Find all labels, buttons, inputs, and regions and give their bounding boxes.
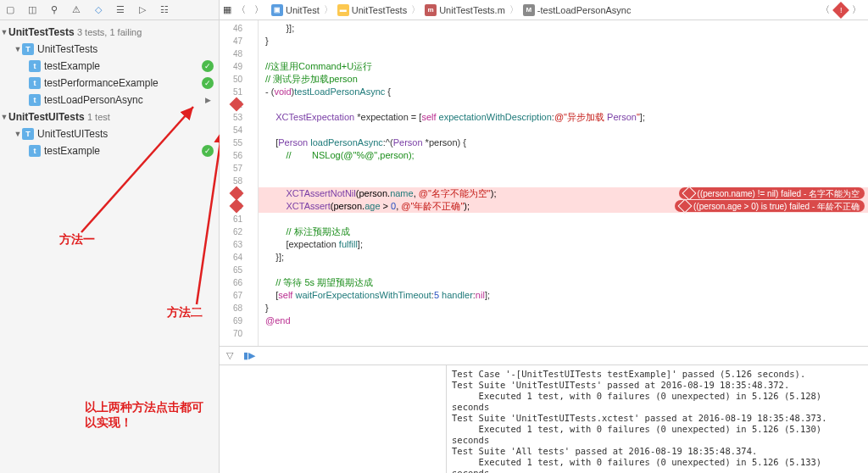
debug-icon[interactable]: ☰ <box>114 3 127 17</box>
file-icon: m <box>425 4 437 16</box>
test-icon: t <box>29 94 41 106</box>
group-info: 3 tests, 1 failing <box>77 27 142 37</box>
class-icon: T <box>22 128 34 140</box>
test-method[interactable]: t testPerformanceExample ✓ <box>0 75 219 92</box>
toggle-variables[interactable]: ▽ <box>226 350 233 361</box>
breadcrumb-item[interactable]: mUnitTestTests.m <box>422 4 508 16</box>
class-name: UnitTestTests <box>37 43 97 55</box>
group-name: UnitTestUITests <box>8 111 85 123</box>
test-group[interactable]: ▼ UnitTestTests 3 tests, 1 failing <box>0 24 219 41</box>
error-indicator[interactable]: ! <box>832 2 849 19</box>
test-method[interactable]: t testExample ✓ <box>0 58 219 75</box>
test-group[interactable]: ▼ UnitTestUITests 1 test <box>0 109 219 125</box>
debug-filter-bar: ▽ ▮▶ <box>220 346 868 364</box>
prompt-icon[interactable]: ▮▶ <box>243 350 255 361</box>
source-editor[interactable]: }];}//这里用Command+U运行// 测试异步加载person- (vo… <box>259 20 868 346</box>
issue-next[interactable]: 〉 <box>849 3 865 16</box>
test-tree: ▼ UnitTestTests 3 tests, 1 failing ▼ T U… <box>0 20 219 473</box>
variables-view[interactable] <box>220 365 447 473</box>
class-icon: T <box>22 43 34 55</box>
issue-prev[interactable]: 〈 <box>817 3 833 16</box>
folder-icon[interactable]: ▢ <box>3 3 17 17</box>
folder-icon: ▬ <box>337 4 349 16</box>
report-icon[interactable]: ☷ <box>158 3 171 17</box>
breadcrumb: ▦ 〈 〉 ▣UnitTest〉 ▬UnitTestTests〉 mUnitTe… <box>220 0 868 20</box>
annotation-footer: 以上两种方法点击都可 以实现！ <box>85 400 203 431</box>
project-icon: ▣ <box>271 4 283 16</box>
group-info: 1 test <box>87 112 110 122</box>
navigator-toolbar: ▢ ◫ ⚲ ⚠ ◇ ☰ ▷ ☷ <box>0 0 219 20</box>
breadcrumb-item[interactable]: ▬UnitTestTests <box>335 4 409 16</box>
editor-area: ▦ 〈 〉 ▣UnitTest〉 ▬UnitTestTests〉 mUnitTe… <box>220 0 868 473</box>
test-icon: t <box>29 77 41 89</box>
test-navigator: ▢ ◫ ⚲ ⚠ ◇ ☰ ▷ ☷ ▼ UnitTestTests 3 tests,… <box>0 0 220 473</box>
annotation-label: 方法二 <box>167 305 203 320</box>
breadcrumb-item[interactable]: M-testLoadPersonAsync <box>520 4 634 16</box>
test-icon: t <box>29 145 41 157</box>
breakpoint-icon[interactable]: ▷ <box>136 3 149 17</box>
test-class[interactable]: ▼ T UnitTestUITests <box>0 125 219 142</box>
test-method[interactable]: t testExample ✓ <box>0 142 219 159</box>
group-name: UnitTestTests <box>8 26 75 38</box>
breadcrumb-item[interactable]: ▣UnitTest <box>269 4 322 16</box>
status-pass: ✓ <box>202 145 214 157</box>
debug-console: Test Case '-[UnitTestUITests testExample… <box>220 364 868 473</box>
status-pass: ✓ <box>202 77 214 89</box>
issue-icon[interactable]: ⚠ <box>70 3 83 17</box>
search-icon[interactable]: ⚲ <box>47 3 61 17</box>
status-pass: ✓ <box>202 60 214 72</box>
console-output[interactable]: Test Case '-[UnitTestUITests testExample… <box>447 365 868 473</box>
related-items-icon[interactable]: ▦ <box>223 4 231 15</box>
test-class[interactable]: ▼ T UnitTestTests <box>0 41 219 58</box>
back-button[interactable]: 〈 <box>233 3 249 16</box>
source-control-icon[interactable]: ◫ <box>25 3 39 17</box>
test-method[interactable]: t testLoadPersonAsync ▶ <box>0 92 219 109</box>
method-icon: M <box>523 4 535 16</box>
run-button[interactable]: ▶ <box>202 94 214 106</box>
forward-button[interactable]: 〉 <box>251 3 267 16</box>
test-icon: t <box>29 60 41 72</box>
annotation-label: 方法一 <box>59 232 95 248</box>
line-number-gutter[interactable]: 4647484950515253545556575859606162636465… <box>220 20 259 346</box>
test-navigator-icon[interactable]: ◇ <box>92 3 105 17</box>
